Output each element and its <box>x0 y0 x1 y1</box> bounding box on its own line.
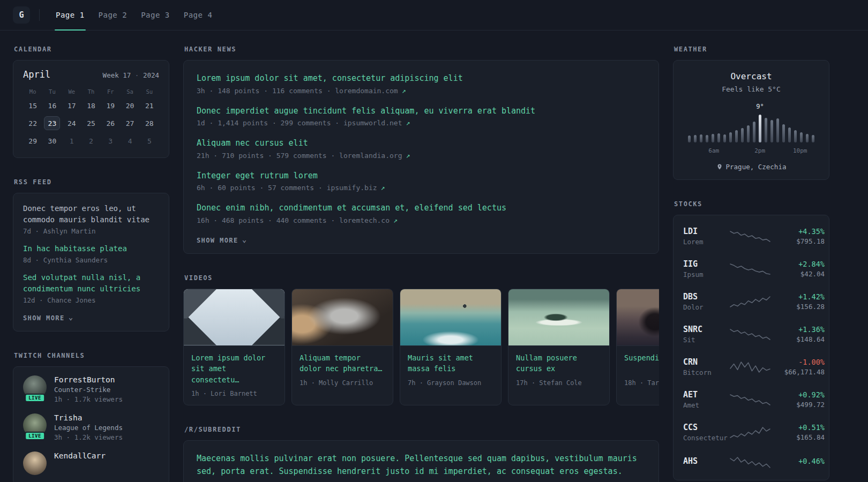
video-title[interactable]: Lorem ipsum dolor sit amet consectetu… <box>191 352 277 386</box>
calendar-day[interactable]: 28 <box>141 116 158 130</box>
twitch-channel-row[interactable]: LIVETrishaLeague of Legends3h · 1.2k vie… <box>23 413 159 441</box>
weather-bar <box>712 108 714 142</box>
hackernews-item-title[interactable]: Integer eget rutrum lorem <box>197 170 646 182</box>
calendar-day[interactable]: 18 <box>83 99 99 112</box>
video-thumbnail <box>400 289 501 346</box>
location-pin-icon <box>716 163 723 170</box>
calendar-day[interactable]: 20 <box>122 99 138 112</box>
app-logo[interactable]: G <box>13 6 30 24</box>
channel-game: Counter-Strike <box>54 386 123 394</box>
rss-list: Donec tempor eros leo, ut commodo mauris… <box>23 203 159 304</box>
page-tab[interactable]: Page 1 <box>49 0 92 30</box>
channel-info: KendallCarr <box>54 451 106 462</box>
stock-row[interactable]: AHS+0.46% <box>683 448 819 476</box>
video-card[interactable]: Lorem ipsum dolor sit amet consectetu…1h… <box>183 289 285 406</box>
page-tab[interactable]: Page 4 <box>177 0 220 30</box>
hackernews-item-meta: 1d · 1,414 points · 299 comments · ipsum… <box>197 119 646 127</box>
item-meta-text: 1d · 1,414 points · 299 comments · ipsum… <box>197 119 402 127</box>
calendar-day[interactable]: 19 <box>102 99 118 112</box>
stock-row[interactable]: CCSConsectetur+0.51%$165.84 <box>683 416 819 448</box>
channel-game: League of Legends <box>54 424 123 432</box>
stock-identity: LDILorem <box>683 227 729 246</box>
show-more-label: SHOW MORE <box>197 237 238 244</box>
calendar-day[interactable]: 16 <box>44 99 60 112</box>
subreddit-post-title[interactable]: Maecenas mollis pulvinar erat non posuer… <box>197 453 646 478</box>
section-title-hackernews: HACKER NEWS <box>184 46 659 53</box>
rss-item-title[interactable]: In hac habitasse platea <box>23 243 159 254</box>
stock-sparkline <box>729 425 771 439</box>
calendar-day[interactable]: 24 <box>64 116 80 130</box>
stock-row[interactable]: AETAmet+0.92%$499.72 <box>683 383 819 416</box>
section-title-stocks: STOCKS <box>674 200 829 208</box>
video-card[interactable]: Aliquam tempor dolor nec pharetra…1h · M… <box>291 289 393 406</box>
hackernews-item-title[interactable]: Lorem ipsum dolor sit amet, consectetur … <box>197 72 646 85</box>
calendar-day[interactable]: 22 <box>25 116 41 130</box>
stock-row[interactable]: CRNBitcorn-1.00%$66,171.48 <box>683 350 819 383</box>
stock-row[interactable]: LDILorem+4.35%$795.18 <box>683 220 819 252</box>
stock-symbol: CCS <box>683 423 729 432</box>
main-content: CALENDAR April Week 17 · 2024 MoTuWeThFr… <box>0 31 868 482</box>
calendar-day[interactable]: 25 <box>83 116 99 130</box>
page-tab[interactable]: Page 3 <box>134 0 177 30</box>
calendar-day[interactable]: 23 <box>44 116 60 130</box>
item-meta-text: 6h · 60 points · 57 comments · ipsumify.… <box>197 184 377 192</box>
calendar-day[interactable]: 1 <box>64 134 80 148</box>
calendar-day[interactable]: 26 <box>102 116 118 130</box>
calendar-day[interactable]: 21 <box>141 99 158 112</box>
stock-price: $156.28 <box>771 303 825 311</box>
calendar-day[interactable]: 29 <box>25 134 41 148</box>
channel-viewers: 3h · 1.2k viewers <box>54 433 123 441</box>
hackernews-item: Donec enim nibh, condimentum et accumsan… <box>197 202 646 224</box>
video-title[interactable]: Aliquam tempor dolor nec pharetra… <box>300 352 385 375</box>
calendar-day[interactable]: 2 <box>83 134 99 148</box>
calendar-day[interactable]: 17 <box>64 99 80 112</box>
stock-row[interactable]: SNRCSit+1.36%$148.64 <box>683 318 819 350</box>
video-title[interactable]: Nullam posuere cursus ex <box>516 352 602 375</box>
section-title-rss: RSS FEED <box>14 178 169 186</box>
hackernews-item-title[interactable]: Aliquam nec cursus elit <box>197 137 646 149</box>
stock-row[interactable]: DBSDolor+1.42%$156.28 <box>683 285 819 318</box>
calendar-day[interactable]: 30 <box>44 134 60 148</box>
video-title[interactable]: Suspendisse diam <box>624 352 659 375</box>
channel-name[interactable]: Trisha <box>54 413 123 422</box>
stock-price: $148.64 <box>771 335 825 343</box>
twitch-channel-row[interactable]: LIVEForrestBurtonCounter-Strike1h · 1.7k… <box>23 375 159 403</box>
video-card[interactable]: Suspendisse diam18h · Tara <box>616 289 659 406</box>
channel-avatar: LIVE <box>23 375 47 399</box>
hackernews-item-title[interactable]: Donec imperdiet augue tincidunt felis al… <box>197 105 646 117</box>
video-card[interactable]: Nullam posuere cursus ex17h · Stefan Col… <box>508 289 610 406</box>
calendar-day[interactable]: 15 <box>25 99 41 112</box>
hackernews-item-meta: 3h · 148 points · 116 comments · loremdo… <box>197 87 646 95</box>
page-tab[interactable]: Page 2 <box>92 0 134 30</box>
hackernews-item: Integer eget rutrum lorem6h · 60 points … <box>197 170 646 192</box>
calendar-day[interactable]: 4 <box>122 134 138 148</box>
twitch-channel-row[interactable]: KendallCarr <box>23 451 159 475</box>
weather-bar <box>765 108 767 142</box>
rss-item-title[interactable]: Sed volutpat nulla nisl, a condimentum n… <box>23 272 159 295</box>
stock-values: +2.84%$42.04 <box>771 260 825 278</box>
calendar-header-row: April Week 17 · 2024 <box>23 69 159 80</box>
weather-bar <box>812 108 814 142</box>
stock-row[interactable]: IIGIpsum+2.84%$42.04 <box>683 252 819 285</box>
weather-bar <box>806 108 809 142</box>
section-title-twitch: TWITCH CHANNELS <box>14 352 169 359</box>
weather-bar <box>788 108 791 142</box>
channel-name[interactable]: KendallCarr <box>54 451 106 460</box>
calendar-dayname: Fr <box>107 88 114 95</box>
stock-identity: CRNBitcorn <box>683 357 729 376</box>
calendar-day[interactable]: 3 <box>102 134 118 148</box>
weather-bar <box>770 108 773 142</box>
hackernews-item-title[interactable]: Donec enim nibh, condimentum et accumsan… <box>197 202 646 214</box>
active-tab-underline <box>55 29 86 31</box>
video-title[interactable]: Mauris sit amet massa felis <box>408 352 493 375</box>
weather-bar <box>782 108 785 142</box>
video-card[interactable]: Mauris sit amet massa felis7h · Grayson … <box>400 289 502 406</box>
separator-dot: · <box>135 71 139 79</box>
calendar-day[interactable]: 5 <box>141 134 158 148</box>
rss-show-more-button[interactable]: SHOW MORE ⌄ <box>23 314 73 322</box>
stock-sparkline <box>729 229 771 243</box>
hackernews-show-more-button[interactable]: SHOW MORE ⌄ <box>197 237 247 244</box>
calendar-day[interactable]: 27 <box>122 116 138 130</box>
channel-name[interactable]: ForrestBurton <box>54 375 123 384</box>
rss-item-title[interactable]: Donec tempor eros leo, ut commodo mauris… <box>23 203 159 225</box>
